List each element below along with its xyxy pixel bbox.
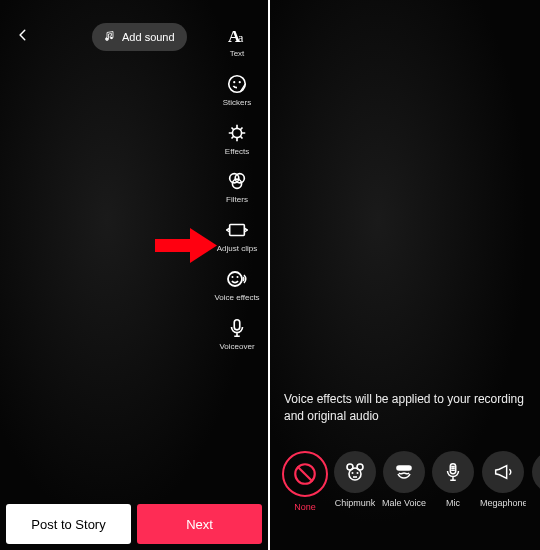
tool-stickers-label: Stickers	[223, 99, 251, 108]
svg-point-13	[232, 276, 234, 278]
add-sound-label: Add sound	[122, 31, 175, 43]
svg-point-21	[352, 472, 354, 474]
tool-filters[interactable]: Filters	[224, 168, 250, 205]
svg-point-0	[106, 38, 108, 40]
voice-effect-megaphone[interactable]: Megaphone	[480, 451, 526, 512]
svg-point-4	[229, 76, 246, 93]
svg-point-10	[232, 180, 241, 189]
none-icon	[282, 451, 328, 497]
microphone-icon	[224, 315, 250, 341]
megaphone-icon	[482, 451, 524, 493]
bottom-bar: Post to Story Next	[6, 504, 262, 544]
tool-stickers[interactable]: Stickers	[223, 71, 251, 108]
voice-effects-description: Voice effects will be applied to your re…	[284, 391, 526, 425]
svg-point-6	[239, 81, 241, 83]
voice-effect-male-voice-label: Male Voice	[382, 498, 426, 508]
voice-effect-chipmunk-label: Chipmunk	[335, 498, 376, 508]
tool-voiceover-label: Voiceover	[219, 343, 254, 352]
filters-icon	[224, 168, 250, 194]
svg-point-14	[237, 276, 239, 278]
voice-effect-mic[interactable]: Mic	[432, 451, 474, 512]
svg-point-7	[232, 128, 241, 137]
back-button[interactable]	[16, 28, 30, 46]
male-voice-icon	[383, 451, 425, 493]
voice-effect-mic-label: Mic	[446, 498, 460, 508]
voice-effect-megaphone-label: Megaphone	[480, 498, 526, 508]
add-sound-button[interactable]: Add sound	[92, 23, 187, 51]
tool-voice-effects[interactable]: Voice effects	[214, 266, 259, 303]
text-icon: Aa	[224, 22, 250, 48]
svg-point-22	[357, 472, 359, 474]
tool-effects[interactable]: Effects	[224, 120, 250, 157]
svg-text:a: a	[238, 31, 244, 45]
voice-effect-male-voice[interactable]: Male Voice	[382, 451, 426, 512]
tool-adjust-clips-label: Adjust clips	[217, 245, 257, 254]
svg-rect-16	[155, 239, 193, 252]
sticker-icon	[224, 71, 250, 97]
tool-text[interactable]: Aa Text	[224, 22, 250, 59]
tool-voice-effects-label: Voice effects	[214, 294, 259, 303]
adjust-clips-icon	[224, 217, 250, 243]
effects-icon	[224, 120, 250, 146]
voice-effect-none[interactable]: None	[282, 451, 328, 512]
voice-effect-none-label: None	[294, 502, 316, 512]
svg-point-9	[235, 174, 244, 183]
next-button[interactable]: Next	[137, 504, 262, 544]
svg-point-5	[233, 81, 235, 83]
svg-point-19	[347, 464, 353, 470]
side-toolbar: Aa Text Stickers Effects Fi	[212, 22, 262, 364]
voice-effects-icon	[224, 266, 250, 292]
tool-text-label: Text	[230, 50, 245, 59]
voice-effects-list: None Chipmunk Male Voice Mic	[282, 451, 540, 512]
svg-rect-15	[234, 320, 240, 330]
tool-filters-label: Filters	[226, 196, 248, 205]
svg-point-20	[357, 464, 363, 470]
voice-effect-robot[interactable]: Robot	[532, 451, 540, 512]
tool-effects-label: Effects	[225, 148, 249, 157]
voice-effects-panel: Voice effects will be applied to your re…	[270, 0, 540, 550]
instruction-arrow	[155, 228, 217, 267]
music-note-icon	[104, 28, 116, 46]
editor-panel: Add sound Aa Text Stickers Effects	[0, 0, 270, 550]
svg-rect-23	[397, 466, 411, 470]
chipmunk-icon	[334, 451, 376, 493]
tool-adjust-clips[interactable]: Adjust clips	[217, 217, 257, 254]
svg-rect-11	[230, 225, 245, 236]
robot-icon	[532, 451, 540, 493]
voice-effect-chipmunk[interactable]: Chipmunk	[334, 451, 376, 512]
svg-point-1	[110, 37, 112, 39]
post-to-story-button[interactable]: Post to Story	[6, 504, 131, 544]
svg-point-12	[228, 272, 242, 286]
tool-voiceover[interactable]: Voiceover	[219, 315, 254, 352]
mic-icon	[432, 451, 474, 493]
